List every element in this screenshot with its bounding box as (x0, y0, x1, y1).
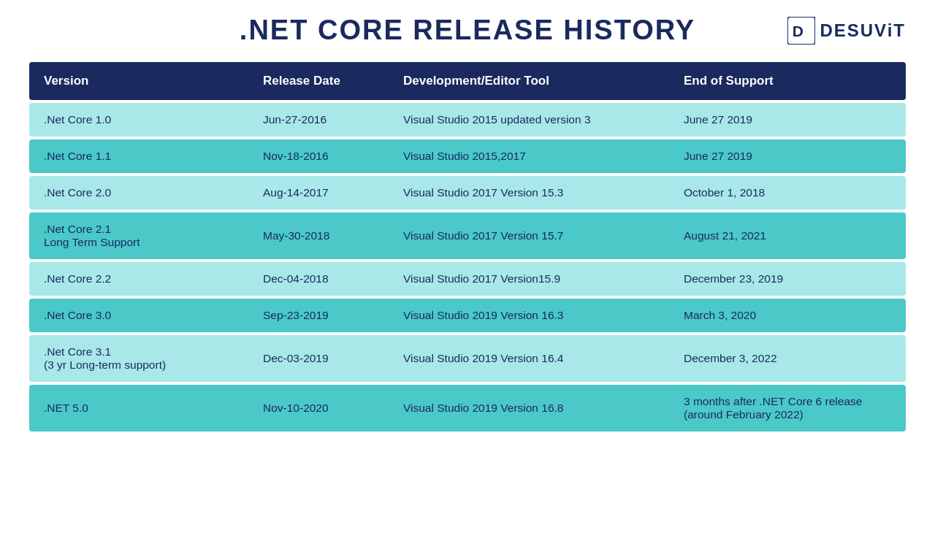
cell-release_date: Nov-10-2020 (248, 385, 389, 431)
cell-version: .Net Core 1.1 (29, 139, 248, 173)
cell-version: .Net Core 2.2 (29, 262, 248, 296)
cell-end_support: October 1, 2018 (669, 176, 906, 210)
cell-tool: Visual Studio 2019 Version 16.3 (389, 299, 669, 332)
svg-text:D: D (793, 22, 804, 39)
table-row: .Net Core 1.1Nov-18-2016Visual Studio 20… (29, 139, 906, 173)
cell-tool: Visual Studio 2015,2017 (389, 139, 669, 173)
logo-text: DESUViT (820, 20, 906, 41)
table-row: .Net Core 2.0Aug-14-2017Visual Studio 20… (29, 176, 906, 210)
cell-version: .Net Core 3.0 (29, 299, 248, 332)
cell-end_support: December 23, 2019 (669, 262, 906, 296)
cell-tool: Visual Studio 2019 Version 16.8 (389, 385, 669, 431)
cell-version: .Net Core 1.0 (29, 103, 248, 137)
cell-release_date: Nov-18-2016 (248, 139, 389, 173)
release-history-table: Version Release Date Development/Editor … (29, 59, 906, 434)
col-header-version: Version (29, 62, 248, 100)
cell-version: .Net Core 3.1 (3 yr Long-term support) (29, 335, 248, 382)
cell-end_support: August 21, 2021 (669, 212, 906, 259)
col-header-tool: Development/Editor Tool (389, 62, 669, 100)
cell-end_support: March 3, 2020 (669, 299, 906, 332)
table-header-row: Version Release Date Development/Editor … (29, 62, 906, 100)
cell-release_date: Dec-04-2018 (248, 262, 389, 296)
cell-version: .Net Core 2.0 (29, 176, 248, 210)
table-row: .Net Core 2.2Dec-04-2018Visual Studio 20… (29, 262, 906, 296)
cell-release_date: May-30-2018 (248, 212, 389, 259)
table-row: .NET 5.0Nov-10-2020Visual Studio 2019 Ve… (29, 385, 906, 431)
table-row: .Net Core 2.1 Long Term SupportMay-30-20… (29, 212, 906, 259)
cell-version: .NET 5.0 (29, 385, 248, 431)
cell-version: .Net Core 2.1 Long Term Support (29, 212, 248, 259)
cell-tool: Visual Studio 2015 updated version 3 (389, 103, 669, 137)
col-header-release: Release Date (248, 62, 389, 100)
cell-tool: Visual Studio 2017 Version 15.7 (389, 212, 669, 259)
desuvit-logo-icon: D (787, 17, 815, 45)
table-row: .Net Core 3.0Sep-23-2019Visual Studio 20… (29, 299, 906, 332)
cell-release_date: Sep-23-2019 (248, 299, 389, 332)
cell-tool: Visual Studio 2019 Version 16.4 (389, 335, 669, 382)
col-header-support: End of Support (669, 62, 906, 100)
cell-end_support: December 3, 2022 (669, 335, 906, 382)
cell-release_date: Aug-14-2017 (248, 176, 389, 210)
cell-tool: Visual Studio 2017 Version15.9 (389, 262, 669, 296)
cell-end_support: June 27 2019 (669, 103, 906, 137)
page-title: .NET CORE RELEASE HISTORY (240, 15, 695, 46)
logo-area: D DESUViT (787, 17, 906, 45)
cell-tool: Visual Studio 2017 Version 15.3 (389, 176, 669, 210)
cell-end_support: 3 months after .NET Core 6 release (arou… (669, 385, 906, 431)
cell-end_support: June 27 2019 (669, 139, 906, 173)
cell-release_date: Dec-03-2019 (248, 335, 389, 382)
cell-release_date: Jun-27-2016 (248, 103, 389, 137)
header-row: .NET CORE RELEASE HISTORY D DESUViT (29, 15, 906, 46)
table-row: .Net Core 1.0Jun-27-2016Visual Studio 20… (29, 103, 906, 137)
table-row: .Net Core 3.1 (3 yr Long-term support)De… (29, 335, 906, 382)
